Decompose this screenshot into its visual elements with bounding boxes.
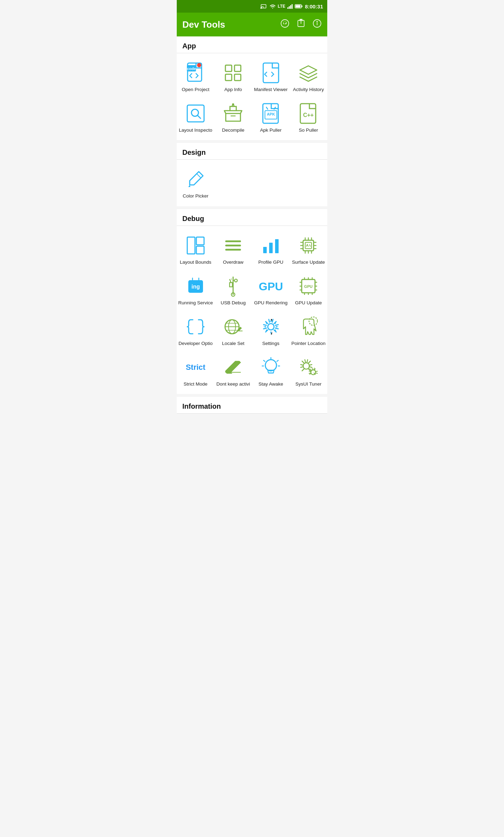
grid-item-decompile[interactable]: Decompile [215,97,252,137]
grid-item-layout-inspector[interactable]: Layout Inspecto [177,97,215,137]
icon-running-service: ing [184,275,207,297]
grid-item-profile-gpu[interactable]: Profile GPU [252,229,290,269]
grid-item-so-puller[interactable]: C++ So Puller [290,97,328,137]
icon-strict-mode: Strict [184,356,207,379]
label-pointer-location: Pointer Location [291,341,326,346]
label-usb-debug: USB Debug [221,300,246,306]
svg-line-63 [230,279,231,283]
label-running-service: Running Service [178,300,213,306]
grid-item-activity-history[interactable]: Activity History [290,56,328,97]
icon-gpu-update: GPU [297,275,320,297]
icon-layout-bounds [184,234,207,257]
grid-item-developer-options[interactable]: Developer Optio [177,310,215,351]
icon-layout-inspector [184,102,207,125]
svg-rect-20 [234,65,241,71]
strict-text: Strict [186,363,205,372]
grid-item-color-picker[interactable]: Color Picker [177,162,215,203]
grid-item-manifest-viewer[interactable]: Manifest Viewer [252,56,290,97]
svg-rect-4 [290,5,291,9]
grid-item-pointer-location[interactable]: Pointer Location [290,310,328,351]
svg-line-94 [264,360,265,361]
svg-point-9 [281,20,289,27]
cast-icon [261,4,267,9]
grid-item-app-info[interactable]: App Info [215,56,252,97]
svg-point-1 [260,7,262,9]
svg-text:GPU: GPU [304,284,313,289]
grid-item-overdraw[interactable]: Overdraw [215,229,252,269]
svg-line-95 [277,360,278,361]
grid-item-running-service[interactable]: ing Running Service [177,269,215,310]
grid-item-layout-bounds[interactable]: Layout Bounds [177,229,215,269]
svg-rect-24 [187,105,204,122]
svg-rect-57 [305,242,312,249]
github-button[interactable] [280,19,289,30]
grid-item-settings[interactable]: Settings [252,310,290,351]
share-button[interactable] [296,19,306,30]
grid-item-surface-update[interactable]: Surface Update [290,229,328,269]
label-dont-keep-activities: Dont keep activi [216,381,250,387]
label-profile-gpu: Profile GPU [258,260,283,265]
icon-gpu-rendering: GPU [260,275,282,297]
svg-point-65 [234,279,237,282]
section-header-debug: Debug [177,209,327,226]
main-content: App code Open Project App Info Manifest … [177,36,327,414]
label-apk-puller: Apk Puller [260,127,282,133]
label-stay-awake: Stay Awake [259,381,283,387]
wifi-icon [270,4,276,9]
icon-app-info [222,62,244,84]
grid-debug: Layout Bounds Overdraw Profile GPU Surfa… [177,226,327,394]
icon-open-project: code [184,62,207,84]
icon-settings [260,316,282,338]
grid-item-strict-mode[interactable]: StrictStrict Mode [177,351,215,391]
grid-item-gpu-update[interactable]: GPU GPU Update [290,269,328,310]
label-layout-bounds: Layout Bounds [180,260,211,265]
grid-item-sysui-tuner[interactable]: SysUI Tuner [290,351,328,391]
grid-item-open-project[interactable]: code Open Project [177,56,215,97]
grid-item-locale-set[interactable]: Locale Set [215,310,252,351]
svg-text:GPU: GPU [259,280,283,293]
svg-rect-5 [292,4,293,9]
label-strict-mode: Strict Mode [184,381,208,387]
icon-dont-keep-activities [222,356,244,379]
svg-rect-35 [187,237,195,254]
label-open-project: Open Project [182,87,209,92]
svg-point-27 [232,103,234,105]
svg-point-14 [317,21,317,22]
grid-item-usb-debug[interactable]: USB Debug [215,269,252,310]
section-information: Information [177,397,327,414]
icon-apk-puller: APK [260,102,282,125]
status-icons: LTE 8:00:31 [261,4,323,9]
icon-manifest-viewer [260,62,282,84]
icon-activity-history [297,62,320,84]
label-locale-set: Locale Set [222,341,244,346]
svg-rect-37 [196,246,204,254]
grid-item-apk-puller[interactable]: APK Apk Puller [252,97,290,137]
section-header-app: App [177,36,327,53]
label-layout-inspector: Layout Inspecto [179,127,212,133]
svg-rect-43 [275,239,279,253]
lte-indicator: LTE [278,4,286,9]
grid-item-stay-awake[interactable]: Stay Awake [252,351,290,391]
grid-item-dont-keep-activities[interactable]: Dont keep activi [215,351,252,391]
label-so-puller: So Puller [299,127,318,133]
svg-rect-3 [289,6,290,9]
svg-point-98 [303,363,309,369]
label-app-info: App Info [224,87,242,92]
svg-rect-36 [196,237,204,245]
section-debug: Debug Layout Bounds Overdraw Profile GPU [177,209,327,394]
grid-item-gpu-rendering[interactable]: GPU GPU Rendering [252,269,290,310]
app-header: Dev Tools [177,13,327,36]
svg-rect-7 [302,6,303,7]
battery-icon [295,4,303,8]
app-title: Dev Tools [182,19,275,30]
svg-rect-2 [287,7,288,9]
svg-text:code: code [187,67,196,71]
svg-point-18 [197,63,201,67]
info-button[interactable] [313,19,322,30]
icon-profile-gpu [260,234,282,257]
icon-decompile [222,102,244,125]
svg-rect-21 [225,74,232,81]
label-surface-update: Surface Update [292,260,325,265]
section-app: App code Open Project App Info Manifest … [177,36,327,140]
label-gpu-update: GPU Update [295,300,322,306]
